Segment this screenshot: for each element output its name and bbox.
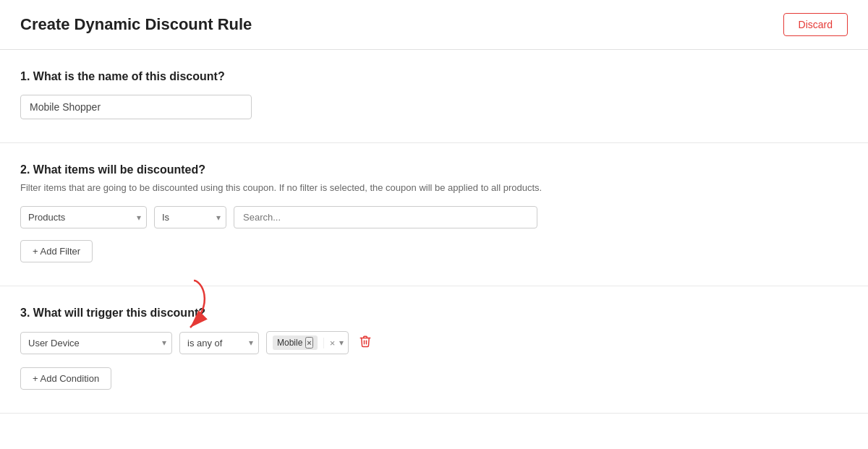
- filter-condition-select[interactable]: Is Is not: [154, 206, 226, 228]
- section3-title: 3. What will trigger this discount?: [20, 307, 848, 320]
- discard-button[interactable]: Discard: [783, 13, 848, 36]
- section2-title: 2. What items will be discounted?: [20, 163, 848, 176]
- tag-label: Mobile: [277, 338, 302, 348]
- filter-search-input[interactable]: [234, 206, 537, 228]
- tags-actions: × ▾: [323, 338, 349, 348]
- tags-clear-button[interactable]: ×: [327, 338, 339, 348]
- tag-close-button[interactable]: ×: [305, 337, 312, 348]
- filter-condition-wrapper: Is Is not: [154, 206, 226, 228]
- condition-type-select[interactable]: User Device Order Amount Customer Group: [20, 332, 172, 354]
- page-title: Create Dynamic Discount Rule: [20, 15, 252, 34]
- section2-description: Filter items that are going to be discou…: [20, 182, 848, 193]
- filter-type-wrapper: Products Categories Tags: [20, 206, 147, 228]
- filter-row: Products Categories Tags Is Is not: [20, 206, 848, 228]
- add-filter-button[interactable]: + Add Filter: [20, 240, 93, 262]
- page-header: Create Dynamic Discount Rule Discard: [0, 0, 868, 50]
- tags-inner: Mobile ×: [267, 332, 323, 354]
- section1-title: 1. What is the name of this discount?: [20, 70, 848, 83]
- mobile-tag: Mobile ×: [273, 335, 318, 350]
- condition-row-container: User Device Order Amount Customer Group …: [20, 331, 848, 354]
- section-items-discounted: 2. What items will be discounted? Filter…: [0, 143, 868, 286]
- condition-operator-wrapper: is any of is none of: [179, 332, 259, 354]
- delete-condition-button[interactable]: [356, 332, 375, 354]
- section-discount-name: 1. What is the name of this discount?: [0, 50, 868, 143]
- condition-row: User Device Order Amount Customer Group …: [20, 331, 848, 354]
- tags-dropdown-button[interactable]: ▾: [338, 338, 345, 348]
- filter-type-select[interactable]: Products Categories Tags: [20, 206, 147, 228]
- condition-type-wrapper: User Device Order Amount Customer Group: [20, 332, 172, 354]
- discount-name-input[interactable]: [20, 95, 252, 119]
- add-condition-button[interactable]: + Add Condition: [20, 367, 111, 390]
- condition-operator-select[interactable]: is any of is none of: [179, 332, 259, 354]
- tags-field-container: Mobile × × ▾: [266, 331, 349, 354]
- page-container: Create Dynamic Discount Rule Discard 1. …: [0, 0, 868, 449]
- section-trigger: 3. What will trigger this discount? User…: [0, 286, 868, 414]
